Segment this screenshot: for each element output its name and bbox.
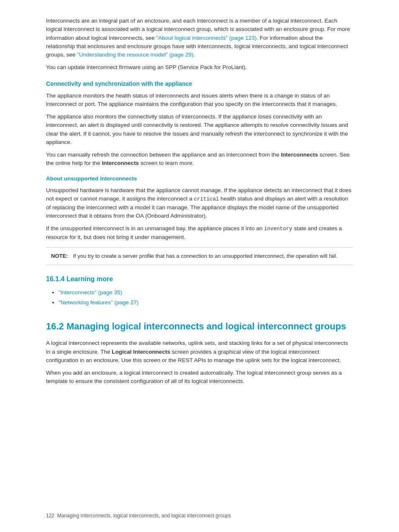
intro-para2: You can update interconnect firmware usi… xyxy=(46,63,353,72)
footer: 122 Managing interconnects, logical inte… xyxy=(46,512,231,519)
page-number: 122 xyxy=(46,513,54,519)
resource-model-link[interactable]: "Understanding the resource model" (page… xyxy=(77,51,195,58)
footer-text: Managing interconnects, logical intercon… xyxy=(57,513,231,519)
interconnects-link[interactable]: "Interconnects" (page 35) xyxy=(59,289,122,296)
networking-features-link[interactable]: "Networking features" (page 27) xyxy=(59,299,138,306)
inventory-code: inventory xyxy=(264,226,292,232)
unsupported-para2: If the unsupported interconnect is in an… xyxy=(46,224,353,242)
note-box: NOTE: If you try to create a server prof… xyxy=(46,247,353,265)
intro-para1: Interconnects are an integral part of an… xyxy=(46,17,353,59)
learning-more-list: "Interconnects" (page 35) "Networking fe… xyxy=(59,288,353,307)
unsupported-heading: About unsupported interconnects xyxy=(46,175,353,183)
connectivity-para3: You can manually refresh the connection … xyxy=(46,151,353,168)
section-16-2-para1: A logical interconnect represents the av… xyxy=(46,339,353,365)
about-logical-interconnects-link[interactable]: "About logical interconnects" (page 123)… xyxy=(156,35,258,41)
note-text: If you try to create a server profile th… xyxy=(73,252,337,260)
connectivity-para2: The appliance also monitors the connecti… xyxy=(46,113,353,146)
connectivity-para1: The appliance monitors the health status… xyxy=(46,92,353,109)
main-content: Interconnects are an integral part of an… xyxy=(46,17,353,386)
unsupported-para1: Unsupported hardware is hardware that th… xyxy=(46,186,353,221)
connectivity-heading: Connectivity and synchronization with th… xyxy=(46,80,353,88)
list-item: "Networking features" (page 27) xyxy=(59,298,353,307)
section-16-2-heading: 16.2 Managing logical interconnects and … xyxy=(46,319,353,333)
critical-code: critical xyxy=(194,196,219,202)
section-16-2-para2: When you add an enclosure, a logical int… xyxy=(46,369,353,386)
note-label: NOTE: xyxy=(51,252,68,260)
learning-more-heading: 16.1.4 Learning more xyxy=(46,274,353,284)
page: Interconnects are an integral part of an… xyxy=(0,0,399,532)
list-item: "Interconnects" (page 35) xyxy=(59,288,353,297)
